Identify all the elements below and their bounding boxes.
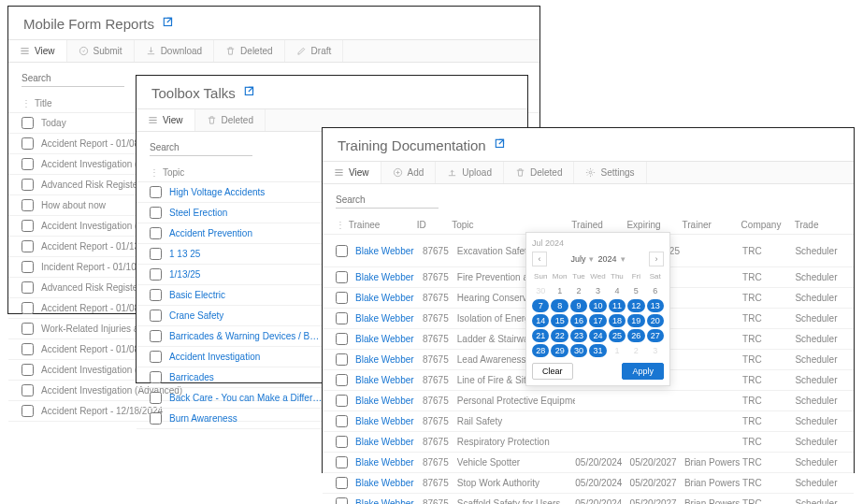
row-checkbox[interactable] xyxy=(150,371,162,383)
col-id[interactable]: ID xyxy=(417,220,452,230)
table-row[interactable]: Blake Webber87675Rail SafetyTRCScheduler xyxy=(323,411,854,432)
search-input[interactable] xyxy=(150,139,252,156)
col-company[interactable]: Company xyxy=(741,220,795,230)
dp-day[interactable]: 23 xyxy=(570,329,587,342)
row-topic[interactable]: 1 13 25 xyxy=(169,249,328,259)
cell-trainee[interactable]: Blake Webber xyxy=(355,416,423,426)
dp-year[interactable]: 2024 xyxy=(597,254,616,264)
dp-day-other[interactable]: 1 xyxy=(609,344,626,357)
row-checkbox[interactable] xyxy=(150,227,162,239)
row-checkbox[interactable] xyxy=(150,392,162,404)
row-checkbox[interactable] xyxy=(336,374,348,386)
cell-trainee[interactable]: Blake Webber xyxy=(355,437,423,447)
cell-trainee[interactable]: Blake Webber xyxy=(355,272,423,282)
row-checkbox[interactable] xyxy=(22,343,34,355)
dp-day[interactable]: 20 xyxy=(647,314,664,327)
row-checkbox[interactable] xyxy=(22,384,34,396)
dp-day[interactable]: 27 xyxy=(647,329,664,342)
row-topic[interactable]: Crane Safety xyxy=(169,310,328,321)
dp-day[interactable]: 6 xyxy=(647,284,664,297)
cell-trainee[interactable]: Blake Webber xyxy=(355,478,423,488)
row-checkbox[interactable] xyxy=(150,186,162,198)
cell-trainee[interactable]: Blake Webber xyxy=(355,396,423,406)
row-topic[interactable]: Burn Awareness xyxy=(169,413,328,424)
dp-day[interactable]: 26 xyxy=(627,329,644,342)
row-checkbox[interactable] xyxy=(336,395,348,407)
cell-trainee[interactable]: Blake Webber xyxy=(355,334,423,344)
dp-day[interactable]: 16 xyxy=(570,314,587,327)
row-checkbox[interactable] xyxy=(22,302,34,314)
dp-month[interactable]: July xyxy=(570,254,585,264)
dp-apply-button[interactable]: Apply xyxy=(622,363,664,380)
row-checkbox[interactable] xyxy=(22,158,34,170)
tab-deleted[interactable]: Deleted xyxy=(214,40,284,62)
table-row[interactable]: Blake Webber87675Vehicle Spotter05/20/20… xyxy=(323,453,854,473)
row-checkbox[interactable] xyxy=(22,199,34,211)
row-checkbox[interactable] xyxy=(336,436,348,448)
col-trainee[interactable]: Trainee xyxy=(349,220,417,230)
dp-day-other[interactable]: 3 xyxy=(647,344,664,357)
cell-trainee[interactable]: Blake Webber xyxy=(355,313,423,324)
row-topic[interactable]: High Voltage Accidents xyxy=(169,187,328,197)
dp-clear-button[interactable]: Clear xyxy=(532,363,573,380)
dp-day[interactable]: 31 xyxy=(589,344,606,357)
search-input[interactable] xyxy=(22,70,124,87)
row-checkbox[interactable] xyxy=(336,333,348,345)
tab-view[interactable]: View xyxy=(137,109,195,131)
tab-upload[interactable]: Upload xyxy=(436,162,504,183)
table-row[interactable]: Blake Webber87675Respiratory ProtectionT… xyxy=(323,432,854,453)
dp-day[interactable]: 14 xyxy=(532,314,549,327)
dp-day[interactable]: 10 xyxy=(589,299,606,312)
dp-day[interactable]: 4 xyxy=(609,284,626,297)
cell-trainee[interactable]: Blake Webber xyxy=(355,375,423,385)
row-checkbox[interactable] xyxy=(336,353,348,366)
tab-deleted[interactable]: Deleted xyxy=(504,162,574,183)
dp-day[interactable]: 15 xyxy=(551,314,568,327)
tab-view[interactable]: View xyxy=(323,162,381,183)
row-checkbox[interactable] xyxy=(336,271,348,283)
dp-day[interactable]: 28 xyxy=(532,344,549,357)
col-trained[interactable]: Trained xyxy=(571,220,626,230)
dp-day[interactable]: 30 xyxy=(570,344,587,357)
dp-day[interactable]: 25 xyxy=(609,329,626,342)
row-checkbox[interactable] xyxy=(150,330,162,342)
cell-trainee[interactable]: Blake Webber xyxy=(355,246,423,256)
dp-day[interactable]: 21 xyxy=(532,329,549,342)
row-checkbox[interactable] xyxy=(150,248,162,260)
row-checkbox[interactable] xyxy=(336,415,348,427)
dp-day-other[interactable]: 2 xyxy=(627,344,644,357)
col-trainer[interactable]: Trainer xyxy=(683,220,741,230)
dp-day[interactable]: 7 xyxy=(532,299,549,312)
row-checkbox[interactable] xyxy=(336,245,348,257)
row-checkbox[interactable] xyxy=(22,240,34,252)
row-checkbox[interactable] xyxy=(150,351,162,363)
row-checkbox[interactable] xyxy=(22,261,34,273)
dp-day[interactable]: 5 xyxy=(627,284,644,297)
popout-icon[interactable] xyxy=(162,16,175,32)
row-checkbox[interactable] xyxy=(22,405,34,417)
col-topic[interactable]: Topic xyxy=(452,220,571,230)
row-topic[interactable]: Accident Prevention xyxy=(169,228,328,238)
cell-trainee[interactable]: Blake Webber xyxy=(355,457,423,468)
dp-day[interactable]: 13 xyxy=(647,299,664,312)
cell-trainee[interactable]: Blake Webber xyxy=(355,498,423,504)
dp-day[interactable]: 2 xyxy=(570,284,587,297)
tab-draft[interactable]: Draft xyxy=(285,40,344,62)
tab-settings[interactable]: Settings xyxy=(574,162,646,183)
col-title[interactable]: Title xyxy=(35,98,52,108)
row-checkbox[interactable] xyxy=(22,137,34,150)
col-expiring[interactable]: Expiring xyxy=(626,220,682,230)
row-topic[interactable]: 1/13/25 xyxy=(169,269,328,280)
tab-download[interactable]: Download xyxy=(135,40,214,62)
row-topic[interactable]: Barricades xyxy=(169,372,328,382)
dp-day[interactable]: 24 xyxy=(589,329,606,342)
row-checkbox[interactable] xyxy=(336,312,348,324)
tab-deleted[interactable]: Deleted xyxy=(195,109,266,131)
row-topic[interactable]: Back Care - You can Make a Difference xyxy=(169,393,328,403)
row-checkbox[interactable] xyxy=(22,323,34,335)
tab-view[interactable]: View xyxy=(8,40,67,62)
dp-day[interactable]: 22 xyxy=(551,329,568,342)
row-checkbox[interactable] xyxy=(150,310,162,322)
row-checkbox[interactable] xyxy=(336,477,348,489)
row-topic[interactable]: Basic Electric xyxy=(169,290,328,300)
